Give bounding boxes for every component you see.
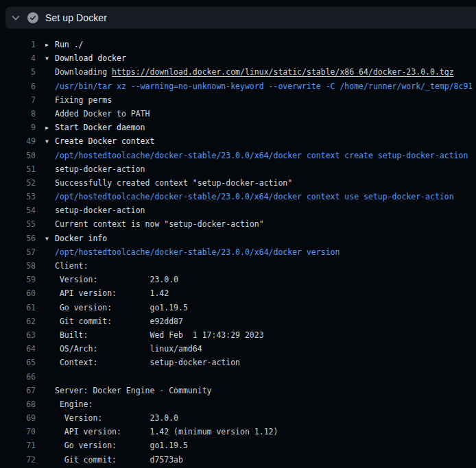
log-line: 61 Go version: go1.19.5 xyxy=(0,301,476,315)
log-line: 9▶Start Docker daemon xyxy=(0,121,476,134)
line-number[interactable]: 53 xyxy=(0,190,36,204)
line-number[interactable]: 66 xyxy=(0,370,36,384)
log-group-toggle[interactable]: ▼Create Docker context xyxy=(45,134,154,148)
log-line: 64 OS/Arch: linux/amd64 xyxy=(0,342,476,356)
line-number[interactable]: 68 xyxy=(0,397,36,411)
log-line: 50/opt/hostedtoolcache/docker-stable/23.… xyxy=(0,149,476,162)
log-text: Context: setup-docker-action xyxy=(45,356,240,369)
log-lines: 1▶Run ./4▼Download docker5Downloading ht… xyxy=(0,38,476,467)
line-number[interactable]: 72 xyxy=(0,453,36,467)
line-number[interactable]: 67 xyxy=(0,384,36,397)
line-number[interactable]: 56 xyxy=(0,232,36,245)
log-line: 54setup-docker-action xyxy=(0,204,476,217)
triangle-expanded-icon[interactable]: ▼ xyxy=(45,52,55,65)
log-line: 58Client: xyxy=(0,259,476,273)
log-text: Engine: xyxy=(45,397,93,411)
log-text: Version: 23.0.0 xyxy=(45,273,178,286)
log-line: 4▼Download docker xyxy=(0,51,476,65)
log-group-title: Docker info xyxy=(55,234,107,243)
log-text xyxy=(45,370,55,384)
log-text: Current context is now "setup-docker-act… xyxy=(45,217,264,231)
log-text-prefix: Downloading xyxy=(55,67,112,77)
log-group-toggle[interactable]: ▶Start Docker daemon xyxy=(45,121,145,134)
line-number[interactable]: 64 xyxy=(0,342,36,356)
triangle-expanded-icon[interactable]: ▼ xyxy=(45,232,55,245)
log-group-title: Start Docker daemon xyxy=(55,123,145,132)
log-url-link[interactable]: https://download.docker.com/linux/static… xyxy=(112,67,454,77)
chevron-down-icon[interactable] xyxy=(10,12,21,23)
log-line: 55Current context is now "setup-docker-a… xyxy=(0,217,476,231)
triangle-collapsed-icon[interactable]: ▶ xyxy=(45,38,55,51)
log-text: Git commit: d7573ab xyxy=(45,453,183,467)
check-circle-icon xyxy=(27,12,38,23)
log-command-text: /opt/hostedtoolcache/docker-stable/23.0.… xyxy=(45,149,468,162)
line-number[interactable]: 1 xyxy=(0,38,36,51)
line-number[interactable]: 4 xyxy=(0,51,36,65)
line-number[interactable]: 60 xyxy=(0,286,36,300)
log-line: 72 Git commit: d7573ab xyxy=(0,453,476,467)
line-number[interactable]: 69 xyxy=(0,411,36,425)
log-line: 67Server: Docker Engine - Community xyxy=(0,384,476,397)
log-text: setup-docker-action xyxy=(45,162,145,176)
line-number[interactable]: 51 xyxy=(0,162,36,176)
line-number[interactable]: 65 xyxy=(0,356,36,369)
log-text: OS/Arch: linux/amd64 xyxy=(45,342,202,356)
line-number[interactable]: 52 xyxy=(0,176,36,190)
log-text: Version: 23.0.0 xyxy=(45,411,178,425)
log-line: 49▼Create Docker context xyxy=(0,134,476,148)
log-group-toggle[interactable]: ▼Docker info xyxy=(45,232,107,245)
log-text: Go version: go1.19.5 xyxy=(45,439,188,452)
line-number[interactable]: 57 xyxy=(0,245,36,259)
log-group-toggle[interactable]: ▶Run ./ xyxy=(45,38,84,51)
triangle-expanded-icon[interactable]: ▼ xyxy=(45,135,55,148)
log-line: 53/opt/hostedtoolcache/docker-stable/23.… xyxy=(0,190,476,204)
line-number[interactable]: 62 xyxy=(0,315,36,328)
line-number[interactable]: 6 xyxy=(0,79,36,93)
log-text: API version: 1.42 (minimum version 1.12) xyxy=(45,425,278,439)
log-line: 65 Context: setup-docker-action xyxy=(0,356,476,369)
line-number[interactable]: 49 xyxy=(0,134,36,148)
log-text: Successfully created context "setup-dock… xyxy=(45,176,292,190)
log-line: 51setup-docker-action xyxy=(0,162,476,176)
log-line: 7Fixing perms xyxy=(0,93,476,107)
log-line: 71 Go version: go1.19.5 xyxy=(0,439,476,452)
log-text: API version: 1.42 xyxy=(45,286,169,300)
line-number[interactable]: 5 xyxy=(0,65,36,79)
log-line: 5Downloading https://download.docker.com… xyxy=(0,65,476,79)
log-text: Server: Docker Engine - Community xyxy=(45,384,211,397)
log-text: Client: xyxy=(45,259,88,273)
line-number[interactable]: 9 xyxy=(0,121,36,134)
log-line: 68 Engine: xyxy=(0,397,476,411)
log-text: Downloading https://download.docker.com/… xyxy=(45,65,454,79)
log-command-text: /usr/bin/tar xz --warning=no-unknown-key… xyxy=(45,79,473,93)
log-line: 8Added Docker to PATH xyxy=(0,107,476,121)
step-title: Set up Docker xyxy=(45,12,107,23)
triangle-collapsed-icon[interactable]: ▶ xyxy=(45,121,55,134)
line-number[interactable]: 8 xyxy=(0,107,36,121)
line-number[interactable]: 55 xyxy=(0,217,36,231)
log-text: setup-docker-action xyxy=(45,204,145,217)
line-number[interactable]: 50 xyxy=(0,149,36,162)
step-header[interactable]: Set up Docker xyxy=(5,7,476,29)
line-number[interactable]: 59 xyxy=(0,273,36,286)
line-number[interactable]: 54 xyxy=(0,204,36,217)
line-number[interactable]: 58 xyxy=(0,259,36,273)
log-line: 59 Version: 23.0.0 xyxy=(0,273,476,286)
log-command-text: /opt/hostedtoolcache/docker-stable/23.0.… xyxy=(45,190,454,204)
log-text: Built: Wed Feb 1 17:43:29 2023 xyxy=(45,328,264,342)
line-number[interactable]: 61 xyxy=(0,301,36,315)
log-text: Go version: go1.19.5 xyxy=(45,301,188,315)
log-group-toggle[interactable]: ▼Download docker xyxy=(45,51,126,65)
log-line: 6/usr/bin/tar xz --warning=no-unknown-ke… xyxy=(0,79,476,93)
line-number[interactable]: 7 xyxy=(0,93,36,107)
line-number[interactable]: 71 xyxy=(0,439,36,452)
log-line: 66 xyxy=(0,370,476,384)
log-line: 69 Version: 23.0.0 xyxy=(0,411,476,425)
log-text: Git commit: e92dd87 xyxy=(45,315,183,328)
log-line: 63 Built: Wed Feb 1 17:43:29 2023 xyxy=(0,328,476,342)
log-group-title: Run ./ xyxy=(55,40,84,49)
log-line: 52Successfully created context "setup-do… xyxy=(0,176,476,190)
log-group-title: Download docker xyxy=(55,53,126,63)
line-number[interactable]: 63 xyxy=(0,328,36,342)
line-number[interactable]: 70 xyxy=(0,425,36,439)
